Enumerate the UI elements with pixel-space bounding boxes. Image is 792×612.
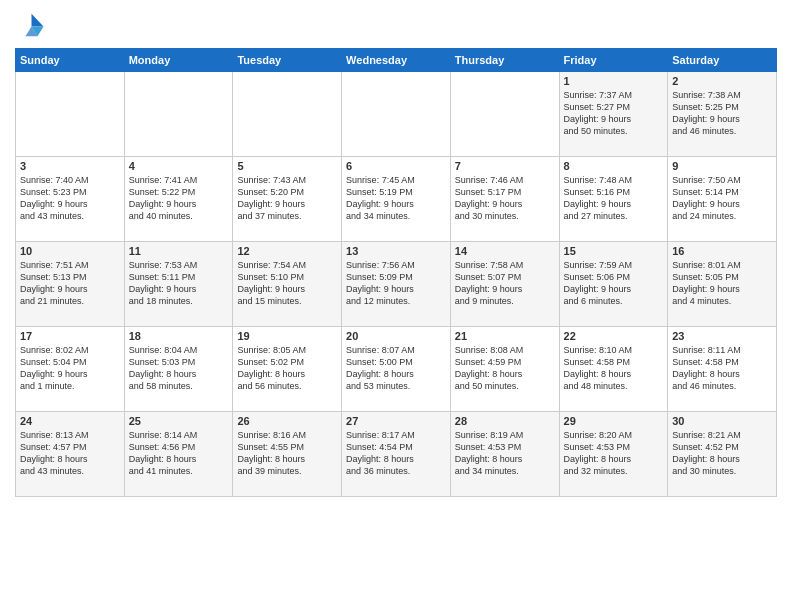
day-number: 18 [129,330,229,342]
calendar-cell: 7Sunrise: 7:46 AM Sunset: 5:17 PM Daylig… [450,157,559,242]
day-number: 15 [564,245,664,257]
calendar-cell: 26Sunrise: 8:16 AM Sunset: 4:55 PM Dayli… [233,412,342,497]
calendar-cell: 29Sunrise: 8:20 AM Sunset: 4:53 PM Dayli… [559,412,668,497]
weekday-header-saturday: Saturday [668,49,777,72]
day-number: 12 [237,245,337,257]
calendar-cell: 6Sunrise: 7:45 AM Sunset: 5:19 PM Daylig… [342,157,451,242]
calendar-cell: 16Sunrise: 8:01 AM Sunset: 5:05 PM Dayli… [668,242,777,327]
calendar-cell: 18Sunrise: 8:04 AM Sunset: 5:03 PM Dayli… [124,327,233,412]
day-number: 1 [564,75,664,87]
day-number: 25 [129,415,229,427]
weekday-header-monday: Monday [124,49,233,72]
day-content: Sunrise: 8:11 AM Sunset: 4:58 PM Dayligh… [672,344,772,393]
day-number: 20 [346,330,446,342]
calendar-cell: 12Sunrise: 7:54 AM Sunset: 5:10 PM Dayli… [233,242,342,327]
day-content: Sunrise: 7:50 AM Sunset: 5:14 PM Dayligh… [672,174,772,223]
day-number: 16 [672,245,772,257]
calendar-cell: 21Sunrise: 8:08 AM Sunset: 4:59 PM Dayli… [450,327,559,412]
weekday-header-tuesday: Tuesday [233,49,342,72]
day-content: Sunrise: 8:08 AM Sunset: 4:59 PM Dayligh… [455,344,555,393]
day-number: 13 [346,245,446,257]
day-content: Sunrise: 7:41 AM Sunset: 5:22 PM Dayligh… [129,174,229,223]
day-number: 30 [672,415,772,427]
calendar-week-1: 1Sunrise: 7:37 AM Sunset: 5:27 PM Daylig… [16,72,777,157]
calendar-cell: 28Sunrise: 8:19 AM Sunset: 4:53 PM Dayli… [450,412,559,497]
calendar-week-4: 17Sunrise: 8:02 AM Sunset: 5:04 PM Dayli… [16,327,777,412]
weekday-header-friday: Friday [559,49,668,72]
day-number: 9 [672,160,772,172]
day-number: 6 [346,160,446,172]
calendar-cell: 2Sunrise: 7:38 AM Sunset: 5:25 PM Daylig… [668,72,777,157]
day-number: 21 [455,330,555,342]
day-content: Sunrise: 7:46 AM Sunset: 5:17 PM Dayligh… [455,174,555,223]
calendar-cell: 30Sunrise: 8:21 AM Sunset: 4:52 PM Dayli… [668,412,777,497]
calendar-week-5: 24Sunrise: 8:13 AM Sunset: 4:57 PM Dayli… [16,412,777,497]
day-number: 27 [346,415,446,427]
day-number: 10 [20,245,120,257]
day-number: 7 [455,160,555,172]
calendar-cell [16,72,125,157]
day-content: Sunrise: 8:19 AM Sunset: 4:53 PM Dayligh… [455,429,555,478]
day-content: Sunrise: 7:38 AM Sunset: 5:25 PM Dayligh… [672,89,772,138]
svg-marker-0 [32,14,44,27]
calendar-cell: 15Sunrise: 7:59 AM Sunset: 5:06 PM Dayli… [559,242,668,327]
calendar-cell: 5Sunrise: 7:43 AM Sunset: 5:20 PM Daylig… [233,157,342,242]
day-content: Sunrise: 7:43 AM Sunset: 5:20 PM Dayligh… [237,174,337,223]
day-content: Sunrise: 7:45 AM Sunset: 5:19 PM Dayligh… [346,174,446,223]
day-number: 23 [672,330,772,342]
calendar-cell: 25Sunrise: 8:14 AM Sunset: 4:56 PM Dayli… [124,412,233,497]
day-number: 3 [20,160,120,172]
calendar-cell: 8Sunrise: 7:48 AM Sunset: 5:16 PM Daylig… [559,157,668,242]
day-content: Sunrise: 8:07 AM Sunset: 5:00 PM Dayligh… [346,344,446,393]
calendar-cell: 22Sunrise: 8:10 AM Sunset: 4:58 PM Dayli… [559,327,668,412]
calendar-cell [450,72,559,157]
calendar-cell: 27Sunrise: 8:17 AM Sunset: 4:54 PM Dayli… [342,412,451,497]
day-number: 11 [129,245,229,257]
calendar-cell [233,72,342,157]
calendar-cell: 24Sunrise: 8:13 AM Sunset: 4:57 PM Dayli… [16,412,125,497]
day-content: Sunrise: 8:05 AM Sunset: 5:02 PM Dayligh… [237,344,337,393]
day-number: 8 [564,160,664,172]
calendar-cell [342,72,451,157]
page-header [15,10,777,40]
day-number: 29 [564,415,664,427]
page-container: SundayMondayTuesdayWednesdayThursdayFrid… [0,0,792,507]
day-content: Sunrise: 8:14 AM Sunset: 4:56 PM Dayligh… [129,429,229,478]
day-content: Sunrise: 8:21 AM Sunset: 4:52 PM Dayligh… [672,429,772,478]
day-content: Sunrise: 7:58 AM Sunset: 5:07 PM Dayligh… [455,259,555,308]
calendar-cell: 10Sunrise: 7:51 AM Sunset: 5:13 PM Dayli… [16,242,125,327]
calendar-cell: 17Sunrise: 8:02 AM Sunset: 5:04 PM Dayli… [16,327,125,412]
calendar-header-row: SundayMondayTuesdayWednesdayThursdayFrid… [16,49,777,72]
day-content: Sunrise: 7:40 AM Sunset: 5:23 PM Dayligh… [20,174,120,223]
day-number: 17 [20,330,120,342]
day-number: 5 [237,160,337,172]
day-content: Sunrise: 8:16 AM Sunset: 4:55 PM Dayligh… [237,429,337,478]
calendar-cell: 1Sunrise: 7:37 AM Sunset: 5:27 PM Daylig… [559,72,668,157]
calendar-table: SundayMondayTuesdayWednesdayThursdayFrid… [15,48,777,497]
calendar-week-3: 10Sunrise: 7:51 AM Sunset: 5:13 PM Dayli… [16,242,777,327]
day-content: Sunrise: 8:20 AM Sunset: 4:53 PM Dayligh… [564,429,664,478]
calendar-cell: 11Sunrise: 7:53 AM Sunset: 5:11 PM Dayli… [124,242,233,327]
calendar-cell: 13Sunrise: 7:56 AM Sunset: 5:09 PM Dayli… [342,242,451,327]
day-content: Sunrise: 7:51 AM Sunset: 5:13 PM Dayligh… [20,259,120,308]
day-number: 14 [455,245,555,257]
day-content: Sunrise: 7:59 AM Sunset: 5:06 PM Dayligh… [564,259,664,308]
calendar-cell [124,72,233,157]
logo-icon [15,10,45,40]
day-number: 22 [564,330,664,342]
day-content: Sunrise: 7:54 AM Sunset: 5:10 PM Dayligh… [237,259,337,308]
calendar-cell: 3Sunrise: 7:40 AM Sunset: 5:23 PM Daylig… [16,157,125,242]
day-number: 2 [672,75,772,87]
calendar-cell: 19Sunrise: 8:05 AM Sunset: 5:02 PM Dayli… [233,327,342,412]
day-content: Sunrise: 8:17 AM Sunset: 4:54 PM Dayligh… [346,429,446,478]
day-content: Sunrise: 8:02 AM Sunset: 5:04 PM Dayligh… [20,344,120,393]
weekday-header-sunday: Sunday [16,49,125,72]
calendar-cell: 4Sunrise: 7:41 AM Sunset: 5:22 PM Daylig… [124,157,233,242]
day-content: Sunrise: 8:13 AM Sunset: 4:57 PM Dayligh… [20,429,120,478]
day-number: 4 [129,160,229,172]
weekday-header-wednesday: Wednesday [342,49,451,72]
day-content: Sunrise: 8:01 AM Sunset: 5:05 PM Dayligh… [672,259,772,308]
day-content: Sunrise: 7:56 AM Sunset: 5:09 PM Dayligh… [346,259,446,308]
calendar-cell: 14Sunrise: 7:58 AM Sunset: 5:07 PM Dayli… [450,242,559,327]
calendar-cell: 23Sunrise: 8:11 AM Sunset: 4:58 PM Dayli… [668,327,777,412]
